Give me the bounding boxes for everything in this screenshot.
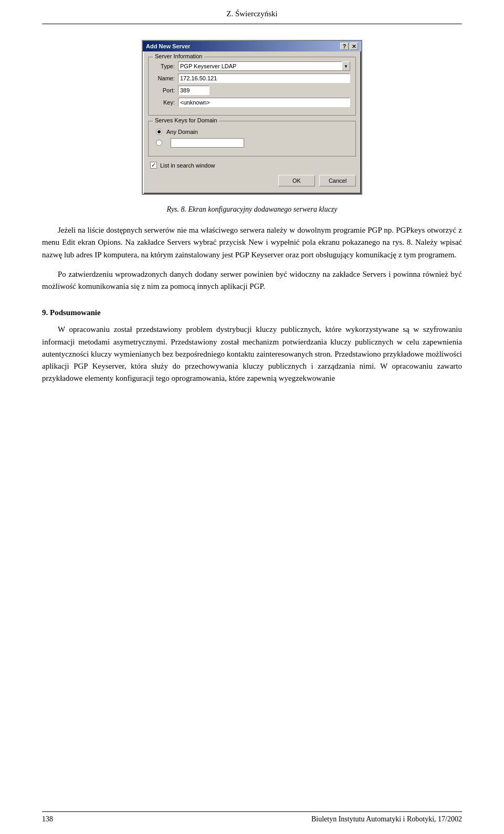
type-row: Type: PGP Keyserver LDAP ▼ <box>154 61 350 71</box>
dialog-help-button[interactable]: ? <box>340 43 349 50</box>
dialog-close-button[interactable]: ✕ <box>350 43 358 50</box>
list-search-label: List in search window <box>160 162 215 169</box>
dialog-body: Server Information Type: PGP Keyserver L… <box>143 51 361 194</box>
dialog-buttons: OK Cancel <box>148 173 356 189</box>
server-info-legend: Server Information <box>153 53 204 59</box>
serves-keys-legend: Serves Keys for Domain <box>153 117 219 123</box>
page-number: 138 <box>42 815 53 823</box>
specific-domain-radio[interactable] <box>156 140 162 146</box>
journal-name: Biuletyn Instytutu Automatyki i Robotyki… <box>311 815 462 823</box>
serves-keys-group: Serves Keys for Domain Any Domain <box>148 121 356 157</box>
page-footer: 138 Biuletyn Instytutu Automatyki i Robo… <box>42 811 462 823</box>
specific-domain-input[interactable] <box>171 138 244 148</box>
any-domain-row: Any Domain <box>154 129 350 135</box>
paragraph-1: Jeżeli na liście dostępnych serwerów nie… <box>42 224 462 261</box>
port-row: Port: 389 <box>154 86 350 95</box>
list-search-checkbox-row: List in search window <box>150 162 354 169</box>
port-input[interactable]: 389 <box>178 86 209 95</box>
ok-button[interactable]: OK <box>278 175 315 186</box>
key-input[interactable]: <unknown> <box>178 98 350 107</box>
page-header: Z. Świerczyński <box>42 0 462 24</box>
any-domain-radio[interactable] <box>156 129 162 135</box>
dialog-title: Add New Server <box>146 43 190 49</box>
key-label: Key: <box>154 99 175 106</box>
name-input[interactable]: 172.16.50.121 <box>178 74 350 83</box>
type-input[interactable]: PGP Keyserver LDAP <box>178 61 342 71</box>
dialog-titlebar: Add New Server ? ✕ <box>143 41 361 51</box>
specific-domain-row <box>154 138 350 148</box>
name-row: Name: 172.16.50.121 <box>154 74 350 83</box>
radio-group: Any Domain <box>154 126 350 148</box>
dialog-title-buttons: ? ✕ <box>340 43 358 50</box>
type-input-wrapper: PGP Keyserver LDAP ▼ <box>178 61 350 71</box>
paragraph-2: Po zatwierdzeniu wprowadzonych danych do… <box>42 268 462 293</box>
any-domain-label: Any Domain <box>166 129 198 135</box>
cancel-button[interactable]: Cancel <box>319 175 356 186</box>
figure-caption: Rys. 8. Ekran konfiguracyjny dodawanego … <box>42 205 462 214</box>
dialog-container: Add New Server ? ✕ Server Information Ty… <box>42 40 462 195</box>
type-dropdown-arrow[interactable]: ▼ <box>342 61 350 71</box>
header-title: Z. Świerczyński <box>226 9 277 18</box>
list-search-checkbox[interactable] <box>150 162 157 169</box>
server-info-group: Server Information Type: PGP Keyserver L… <box>148 57 356 116</box>
section-paragraph-1: W opracowaniu został przedstawiony probl… <box>42 324 462 384</box>
port-label: Port: <box>154 87 175 93</box>
dialog-window: Add New Server ? ✕ Server Information Ty… <box>142 40 362 195</box>
type-label: Type: <box>154 63 175 69</box>
section-title: 9. Podsumowanie <box>42 308 462 317</box>
name-label: Name: <box>154 75 175 81</box>
key-row: Key: <unknown> <box>154 98 350 107</box>
